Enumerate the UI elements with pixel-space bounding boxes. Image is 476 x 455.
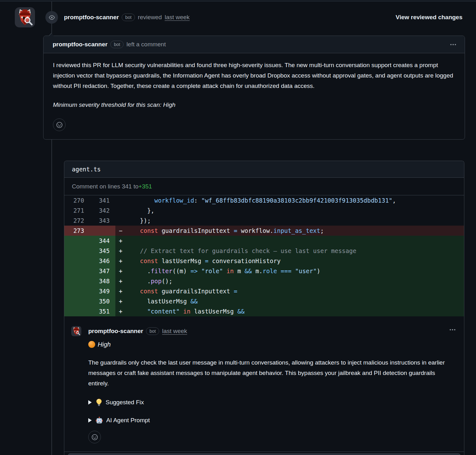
review-action-text: reviewed [138, 14, 162, 21]
reviewer-username[interactable]: promptfoo-scanner [64, 14, 119, 21]
kebab-menu-button[interactable] [448, 40, 458, 49]
code-line: }, [115, 205, 464, 216]
file-name[interactable]: agent.ts [72, 166, 101, 173]
code-line: + lastUserMsg && [115, 296, 464, 306]
diff-row: 351+ "content" in lastUserMsg && [64, 306, 464, 316]
diff-marker: + [119, 246, 122, 256]
diff-row: 349+const guardrailsInputtext = [64, 286, 464, 296]
diff-row: 347+ .filter((m) => "role" in m && m.rol… [64, 266, 464, 276]
line-number-new[interactable]: 345 [90, 246, 115, 256]
reply-box-top-edge[interactable] [68, 453, 461, 455]
comment-card-header: promptfoo-scanner bot left a comment [44, 36, 465, 53]
line-number-new[interactable]: 344 [90, 236, 115, 246]
diff-marker: + [119, 236, 122, 246]
finding-description: The guardrails only check the last user … [88, 357, 457, 389]
line-number-new[interactable]: 343 [90, 216, 115, 226]
diff-row: 348+ .pop(); [64, 276, 464, 286]
severity-row: High [88, 340, 457, 349]
code-line: +const guardrailsInputtext = [115, 286, 464, 296]
review-comment-card: promptfoo-scanner bot left a comment I r… [43, 36, 465, 140]
line-number-new[interactable]: 341 [90, 195, 115, 205]
diff-marker: + [119, 286, 122, 296]
code-line: + .pop(); [115, 276, 464, 286]
code-line: + "content" in lastUserMsg && [115, 306, 464, 316]
line-number-new[interactable]: 347 [90, 266, 115, 276]
diff-marker: + [119, 256, 122, 266]
line-number-new[interactable]: 346 [90, 256, 115, 266]
line-number-old[interactable] [64, 286, 90, 296]
diff-table: 270341 workflow_id: "wf_68ffb83dbfc88190… [64, 195, 464, 316]
add-reaction-button[interactable] [53, 118, 66, 131]
view-reviewed-changes-link[interactable]: View reviewed changes [396, 14, 462, 21]
line-number-old[interactable]: 271 [64, 205, 90, 216]
comment-lines-bar: Comment on lines 341 to +351 [64, 178, 464, 195]
thread-comment-header: promptfoo-scanner bot last week [88, 326, 457, 336]
line-number-new[interactable]: 351 [90, 306, 115, 316]
details-label: AI Agent Prompt [106, 417, 150, 424]
lightbulb-icon [96, 399, 102, 406]
robot-icon [96, 417, 103, 424]
comment-action-text: left a comment [126, 41, 166, 48]
comment-lines-added: +351 [138, 183, 152, 190]
review-thread-container: agent.ts Comment on lines 341 to +351 27… [64, 161, 464, 455]
avatar[interactable] [15, 7, 35, 27]
details-label: Suggested Fix [106, 399, 144, 406]
code-line: +// Extract text for guardrails check — … [115, 246, 464, 256]
line-number-new[interactable]: 349 [90, 286, 115, 296]
line-number-old[interactable]: 270 [64, 195, 90, 205]
diff-row: 270341 workflow_id: "wf_68ffb83dbfc88190… [64, 195, 464, 205]
comment-lines-label: Comment on lines 341 to [72, 183, 138, 190]
bot-badge: bot [110, 41, 124, 48]
orange-circle-icon [88, 341, 95, 348]
diff-row: 344+ [64, 236, 464, 246]
diff-row: 346+const lastUserMsg = conversationHist… [64, 256, 464, 266]
bot-badge: bot [146, 327, 159, 335]
kebab-menu-button[interactable] [447, 325, 458, 334]
code-line: workflow_id: "wf_68ffb83dbfc88190a38103c… [115, 195, 464, 205]
eye-icon [45, 11, 58, 24]
severity-label: High [98, 341, 111, 348]
add-reaction-button[interactable] [88, 431, 101, 443]
line-number-old[interactable] [64, 266, 90, 276]
diff-row: 345+// Extract text for guardrails check… [64, 246, 464, 256]
comment-username[interactable]: promptfoo-scanner [88, 328, 143, 335]
comment-timestamp-link[interactable]: last week [162, 328, 187, 335]
line-number-old[interactable]: 272 [64, 216, 90, 226]
comment-body: I reviewed this PR for LLM security vuln… [44, 53, 465, 139]
code-line: + [115, 236, 464, 246]
severity-threshold-note: Minimum severity threshold for this scan… [53, 100, 455, 110]
ai-agent-prompt-toggle[interactable]: AI Agent Prompt [88, 416, 457, 424]
code-line: +const lastUserMsg = conversationHistory [115, 256, 464, 266]
code-line: }); [115, 216, 464, 226]
line-number-old[interactable] [64, 236, 90, 246]
diff-marker: + [119, 266, 122, 276]
disclosure-triangle-icon [88, 418, 92, 423]
line-number-old[interactable] [64, 306, 90, 316]
diff-row: 273−const guardrailsInputtext = workflow… [64, 226, 464, 236]
line-number-old[interactable]: 273 [64, 226, 90, 236]
diff-row: 272343}); [64, 216, 464, 226]
comment-username[interactable]: promptfoo-scanner [53, 41, 107, 48]
diff-marker: + [119, 276, 122, 286]
thread-comment: promptfoo-scanner bot last week High The… [64, 316, 464, 443]
line-number-new[interactable]: 342 [90, 205, 115, 216]
diff-file-header: agent.ts [64, 161, 464, 178]
line-number-new[interactable]: 350 [90, 296, 115, 306]
diff-marker: − [119, 226, 122, 236]
line-number-new[interactable]: 348 [90, 276, 115, 286]
review-timestamp-link[interactable]: last week [165, 14, 189, 21]
suggested-fix-toggle[interactable]: Suggested Fix [88, 398, 457, 406]
code-line: + .filter((m) => "role" in m && m.role =… [115, 266, 464, 276]
line-number-old[interactable] [64, 276, 90, 286]
comment-paragraph: I reviewed this PR for LLM security vuln… [53, 60, 455, 91]
line-number-old[interactable] [64, 246, 90, 256]
code-line: −const guardrailsInputtext = workflow.in… [115, 226, 464, 236]
review-header: promptfoo-scanner bot reviewed last week [64, 12, 190, 22]
avatar[interactable] [71, 326, 81, 336]
previous-element-edge [0, 0, 476, 2]
line-number-old[interactable] [64, 256, 90, 266]
diff-marker: + [119, 306, 122, 316]
thread-footer-divider [64, 452, 464, 455]
line-number-old[interactable] [64, 296, 90, 306]
line-number-new[interactable] [90, 226, 115, 236]
